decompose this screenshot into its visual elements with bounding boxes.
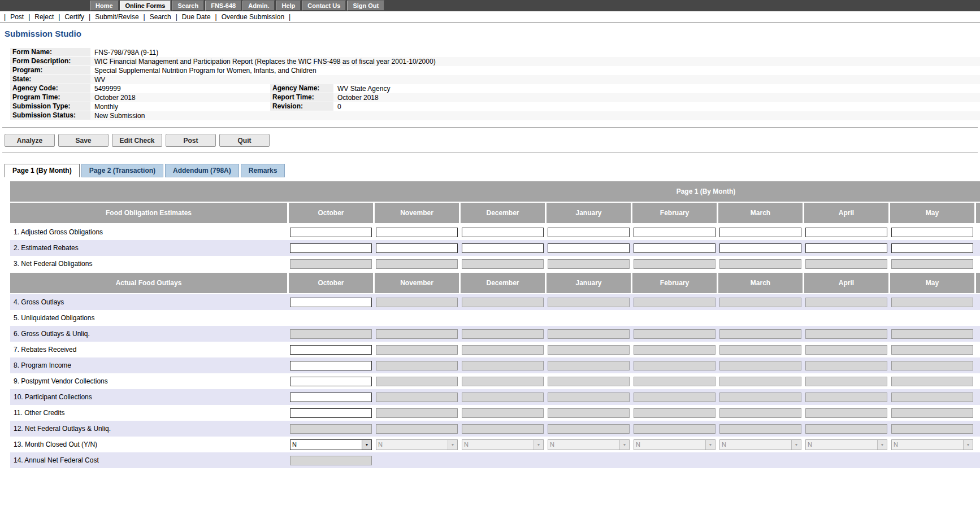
dropdown-arrow-icon: ▼ bbox=[448, 440, 457, 450]
input-december[interactable] bbox=[462, 243, 544, 253]
input-october[interactable] bbox=[290, 298, 372, 307]
select-october[interactable]: N▼ bbox=[290, 439, 372, 450]
input-may[interactable] bbox=[891, 243, 973, 253]
menu-item-overdue-submission[interactable]: Overdue Submission bbox=[222, 13, 284, 21]
row-label: 3. Net Federal Obligations bbox=[10, 260, 289, 268]
cell-february bbox=[632, 227, 718, 238]
row-1-adjusted-gross-obligations: 1. Adjusted Gross Obligations bbox=[10, 224, 980, 240]
menu-item-certify[interactable]: Certify bbox=[64, 13, 84, 21]
month-header-february: February bbox=[632, 273, 717, 293]
input-may bbox=[891, 329, 973, 339]
nav-fns-648[interactable]: FNS-648 bbox=[205, 1, 241, 11]
nav-help[interactable]: Help bbox=[276, 1, 301, 11]
analyze-button[interactable]: Analyze bbox=[5, 134, 55, 147]
input-february[interactable] bbox=[634, 243, 716, 253]
input-october[interactable] bbox=[290, 392, 372, 402]
input-october[interactable] bbox=[290, 361, 372, 370]
input-november bbox=[376, 424, 458, 434]
input-october[interactable] bbox=[290, 228, 372, 237]
month-header-january: January bbox=[547, 203, 631, 223]
month-header-march: March bbox=[718, 273, 803, 293]
input-april bbox=[805, 361, 887, 370]
input-october bbox=[290, 259, 372, 269]
input-april[interactable] bbox=[805, 228, 887, 237]
form-info-row: Form Description:WIC Financial Managemen… bbox=[10, 57, 980, 66]
input-march[interactable] bbox=[719, 243, 801, 253]
tab-page-1-by-month[interactable]: Page 1 (By Month) bbox=[5, 164, 80, 177]
menu-item-search[interactable]: Search bbox=[150, 13, 171, 21]
input-october[interactable] bbox=[290, 243, 372, 253]
cell-april bbox=[804, 360, 890, 371]
menu-item-submit-revise[interactable]: Submit/Revise bbox=[95, 13, 138, 21]
nav-sign-out[interactable]: Sign Out bbox=[347, 1, 384, 11]
input-january bbox=[548, 377, 630, 386]
input-november[interactable] bbox=[376, 243, 458, 253]
divider bbox=[2, 152, 978, 152]
post-button[interactable]: Post bbox=[166, 134, 216, 147]
quit-button[interactable]: Quit bbox=[219, 134, 270, 147]
input-january[interactable] bbox=[548, 228, 630, 237]
info-label-form-name: Form Name: bbox=[10, 48, 90, 57]
input-december[interactable] bbox=[462, 228, 544, 237]
input-may[interactable] bbox=[891, 228, 973, 237]
nav-online-forms[interactable]: Online Forms bbox=[120, 1, 171, 11]
nav-search[interactable]: Search bbox=[172, 1, 204, 11]
info-label-program-time: Program Time: bbox=[10, 93, 90, 102]
menu-item-due-date[interactable]: Due Date bbox=[182, 13, 211, 21]
input-may bbox=[891, 259, 973, 269]
input-april[interactable] bbox=[805, 243, 887, 253]
cell-november bbox=[375, 424, 461, 434]
dropdown-arrow-icon: ▼ bbox=[705, 440, 715, 450]
info-label-agency-name: Agency Name: bbox=[270, 84, 333, 93]
row-label: 14. Annual Net Federal Cost bbox=[10, 456, 289, 464]
menu-item-reject[interactable]: Reject bbox=[34, 13, 54, 21]
input-october[interactable] bbox=[290, 408, 372, 418]
input-may bbox=[891, 408, 973, 418]
cell-december bbox=[461, 329, 547, 339]
nav-contact-us[interactable]: Contact Us bbox=[302, 1, 346, 11]
input-january[interactable] bbox=[548, 243, 630, 253]
edit-check-button[interactable]: Edit Check bbox=[112, 134, 162, 147]
cell-december: N▼ bbox=[461, 439, 547, 450]
input-april bbox=[805, 392, 887, 402]
input-march bbox=[719, 298, 801, 307]
cell-april bbox=[804, 227, 890, 238]
input-march[interactable] bbox=[719, 228, 801, 237]
tab-page-2-transaction[interactable]: Page 2 (Transaction) bbox=[81, 164, 163, 177]
info-value-submission-status: New Submission bbox=[90, 111, 145, 120]
row-2-estimated-rebates: 2. Estimated Rebates bbox=[10, 240, 980, 256]
save-button[interactable]: Save bbox=[58, 134, 109, 147]
input-february[interactable] bbox=[634, 228, 716, 237]
cell-february bbox=[632, 259, 718, 269]
input-may bbox=[891, 377, 973, 386]
tab-remarks[interactable]: Remarks bbox=[241, 164, 285, 177]
cell-march bbox=[718, 344, 804, 355]
cell-march bbox=[718, 243, 804, 254]
input-october[interactable] bbox=[290, 377, 372, 386]
select-value: N bbox=[376, 440, 448, 450]
nav-admin[interactable]: Admin. bbox=[242, 1, 275, 11]
row-11-other-credits: 11. Other Credits bbox=[10, 405, 980, 421]
cell-october bbox=[289, 408, 375, 418]
cell-november bbox=[375, 408, 461, 418]
row-label: 13. Month Closed Out (Y/N) bbox=[10, 441, 289, 448]
menu-separator: | bbox=[215, 13, 217, 21]
workflow-menu-bar: |Post|Reject|Certify|Submit/Revise|Searc… bbox=[0, 11, 980, 23]
row-5-unliquidated-obligations: 5. Unliquidated Obligations bbox=[10, 310, 980, 326]
cell-february bbox=[632, 424, 718, 434]
menu-item-post[interactable]: Post bbox=[10, 13, 24, 21]
info-label-revision: Revision: bbox=[270, 102, 333, 111]
tab-addendum-798a[interactable]: Addendum (798A) bbox=[165, 164, 239, 177]
input-october[interactable] bbox=[290, 345, 372, 355]
input-february bbox=[634, 298, 716, 307]
select-value: N bbox=[892, 440, 963, 450]
form-info-row: Program Time:October 2018Report Time:Oct… bbox=[10, 93, 980, 102]
input-november[interactable] bbox=[376, 228, 458, 237]
input-march bbox=[719, 345, 801, 355]
input-october bbox=[290, 424, 372, 434]
nav-home[interactable]: Home bbox=[90, 1, 119, 11]
row-label: 6. Gross Outlays & Unliq. bbox=[10, 330, 289, 338]
cell-may bbox=[890, 243, 976, 254]
cell-december bbox=[461, 227, 547, 238]
cell-february bbox=[632, 297, 718, 308]
